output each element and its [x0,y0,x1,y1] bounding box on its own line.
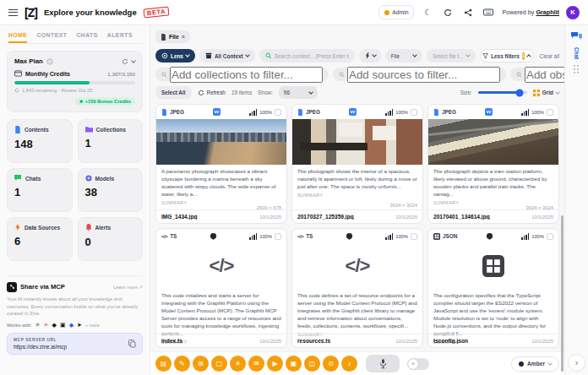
slider-knob[interactable] [516,89,524,96]
collections-filter-input[interactable] [155,68,329,81]
share-icon[interactable] [461,6,475,19]
typescript-file-icon: </> [161,234,167,239]
tab-alerts[interactable]: ALERTS [107,32,133,43]
observations-input[interactable] [525,67,564,83]
dark-mode-icon[interactable]: ☾ [421,6,434,19]
idea-action-button[interactable]: ☀ [230,356,246,372]
card-checkbox[interactable] [411,109,417,116]
stat-value: 1 [85,137,136,149]
windsurf-icon: ▣ [60,322,66,328]
expand-panel-button[interactable]: › [568,354,585,372]
card-checkbox[interactable] [547,233,553,240]
sources-input[interactable] [347,67,500,83]
graphlit-link[interactable]: Graphlit [536,8,559,16]
card-checkbox[interactable] [411,233,417,240]
stat-chats[interactable]: Chats 1 [7,168,73,212]
star-icon: ★ [79,99,84,104]
sources-filter-input[interactable] [333,68,506,81]
quick-actions-dropdown[interactable] [359,49,381,62]
relevance-bars-icon [249,109,257,116]
content-card[interactable]: </> TS 100% </> This code initializes an… [155,228,287,348]
tab-chats[interactable]: CHATS [76,32,97,43]
mail-action-button[interactable]: ✉ [248,356,264,372]
target-action-button[interactable]: ⊙ [323,356,339,372]
all-context-dropdown[interactable]: All Context [199,49,255,62]
content-card[interactable]: JPEG 100% The photograph depicts a train… [427,104,559,224]
scrollbar-thumb[interactable] [561,215,564,372]
clear-all-link[interactable]: Clear all [540,53,559,59]
stat-data-sources[interactable]: Data Sources 6 [7,217,73,261]
card-checkbox[interactable] [275,109,281,116]
refresh-icon[interactable] [441,6,455,19]
card-thumbnail[interactable] [156,119,286,165]
lens-icon [161,52,168,59]
copy-icon[interactable] [128,340,136,348]
chevron-down-icon [555,90,560,95]
relevance-bars-icon [249,233,257,240]
card-thumbnail[interactable] [428,119,558,165]
voice-toggle[interactable]: × [407,358,429,370]
chevron-down-icon [547,361,553,366]
relevance-percent: 100% [259,234,272,239]
tab-context[interactable]: CONTEXT [36,32,67,43]
microphone-button[interactable] [366,355,400,372]
content-card[interactable]: JSON 100% The configuration specifies th… [427,228,559,348]
stat-models[interactable]: Models 38 [78,168,144,212]
card-filename: tsconfig.json [433,338,468,344]
refresh-button[interactable]: Refresh [198,90,226,96]
toggle-knob[interactable]: × [408,359,418,369]
thumbnail-size-slider[interactable] [478,91,527,94]
mcp-learn-more-link[interactable]: Learn more ↗ [113,285,143,290]
content-card[interactable]: JPEG 100% A panoramic photograph showcas… [155,104,287,224]
context-search[interactable] [259,49,355,62]
tab-home[interactable]: HOME [8,32,27,43]
content-card[interactable]: </> TS 100% </> This code defines a set … [291,228,423,348]
audio-action-button[interactable]: ♪ [341,356,357,372]
stat-alerts[interactable]: Alerts 0 [78,217,144,261]
user-avatar[interactable]: K [566,6,580,19]
collections-input[interactable] [170,67,323,83]
lens-button[interactable]: Lens [155,49,195,62]
credits-remaining: 1,843 remaining - Resets Oct 25 [14,88,135,93]
drag-handle-icon[interactable] [574,65,580,74]
observations-filter-input[interactable] [510,68,564,81]
chat-panel-label[interactable]: Chat [574,47,580,59]
card-summary: The configuration specifies that the Typ… [433,292,553,338]
file-filter-chip[interactable]: File × [155,30,190,43]
reset-icon [14,88,19,93]
less-filters-button[interactable]: Less filters 1 [480,49,534,62]
chevron-down-icon[interactable] [131,58,136,63]
typescript-file-icon: </> [297,234,303,239]
select-all-button[interactable]: Select All [155,86,192,99]
close-icon[interactable]: × [182,34,185,40]
stat-collections[interactable]: Collections 1 [78,119,144,163]
video-action-button[interactable]: ▶ [267,356,283,372]
edit-action-button[interactable]: ✎ [174,356,190,372]
mcp-title: Share via MCP [20,283,65,291]
admin-button[interactable]: Admin [378,5,414,19]
mcp-icon [7,282,17,292]
stat-contents[interactable]: Contents 148 [7,119,73,163]
search-input[interactable] [275,53,349,59]
document-action-button[interactable]: ▢ [211,356,227,372]
chat-panel-icon[interactable] [571,31,582,41]
file-type-dropdown[interactable]: File [385,49,422,62]
file-action-button[interactable]: ▣ [286,356,302,372]
card-filename: index.ts [161,338,182,344]
view-mode-dropdown[interactable]: Grid [533,90,559,96]
image-action-button[interactable]: ◫ [304,356,320,372]
card-checkbox[interactable] [275,233,281,240]
app-logo[interactable]: [Z] [24,6,37,19]
hamburger-menu-icon[interactable] [8,9,18,16]
card-thumbnail[interactable] [292,119,422,165]
apps-action-button[interactable]: ⊞ [193,356,209,372]
page-size-dropdown[interactable]: 96 [279,86,318,99]
keyboard-icon[interactable] [482,6,495,19]
notes-action-button[interactable]: ▤ [155,356,172,372]
card-checkbox[interactable] [547,109,553,116]
select-file-type-dropdown[interactable]: Select file t... [427,49,476,62]
search-icon [339,72,345,78]
theme-dropdown[interactable]: Amber [511,356,559,372]
refresh-credits-icon[interactable] [122,58,128,65]
content-card[interactable]: JPEG 100% The photograph shows the inter… [291,104,423,224]
